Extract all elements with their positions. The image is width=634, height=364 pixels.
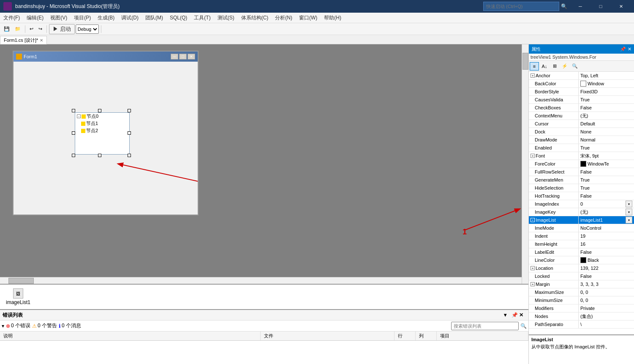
error-count-warnings[interactable]: ⚠ 0 个警告 xyxy=(32,322,57,329)
error-search-icon[interactable]: 🔍 xyxy=(520,323,527,329)
design-canvas[interactable]: Form1 ─ □ ✕ - 节点0 xyxy=(0,44,528,284)
error-panel-filter-icon[interactable]: ▾ xyxy=(504,312,511,318)
prop-expand-anchor[interactable]: + xyxy=(531,73,535,78)
handle-mr[interactable] xyxy=(128,131,131,135)
prop-value-anchor[interactable]: Top, Left xyxy=(579,72,634,79)
prop-value-labeledit[interactable]: False xyxy=(579,248,634,256)
prop-value-maximumsize[interactable]: 0, 0 xyxy=(579,288,634,296)
handle-tl[interactable] xyxy=(72,109,75,112)
prop-value-font[interactable]: 宋体, 9pt xyxy=(579,152,634,160)
tab-form1-design[interactable]: Form1.cs [设计]* ✕ xyxy=(0,36,47,44)
props-events-button[interactable]: ⚡ xyxy=(560,62,569,71)
imagelist-dropdown-button[interactable]: ▾ xyxy=(626,217,632,223)
prop-value-backcolor[interactable]: Window xyxy=(579,80,634,87)
redo-button[interactable]: ↪ xyxy=(36,24,44,34)
menu-edit[interactable]: 编辑(E) xyxy=(23,13,47,23)
handle-tr[interactable] xyxy=(128,109,131,112)
prop-expand-imagelist[interactable]: + xyxy=(531,218,535,222)
error-col-project[interactable]: 项目 xyxy=(437,331,528,340)
prop-value-indent[interactable]: 19 xyxy=(579,232,634,240)
prop-value-imageindex[interactable]: 0 ▾ xyxy=(579,200,634,208)
error-col-file[interactable]: 文件 xyxy=(261,331,395,340)
prop-value-minimumsize[interactable]: 0, 0 xyxy=(579,296,634,304)
prop-expand-margin[interactable]: + xyxy=(531,282,535,286)
prop-value-linecolor[interactable]: Black xyxy=(579,256,634,264)
prop-value-margin[interactable]: 3, 3, 3, 3 xyxy=(579,280,634,288)
menu-analyze[interactable]: 分析(N) xyxy=(272,13,296,23)
menu-file[interactable]: 文件(F) xyxy=(0,13,23,23)
prop-value-modifiers[interactable]: Private xyxy=(579,304,634,312)
prop-value-nodes[interactable]: (集合) xyxy=(579,312,634,320)
error-col-line[interactable]: 行 xyxy=(395,331,416,340)
error-count-messages[interactable]: ℹ 0 个消息 xyxy=(59,322,81,329)
prop-value-location[interactable]: 139, 122 xyxy=(579,264,634,272)
error-col-column[interactable]: 列 xyxy=(416,331,437,340)
prop-value-locked[interactable]: False xyxy=(579,272,634,280)
prop-expand-location[interactable]: + xyxy=(531,266,535,270)
prop-value-imagelist[interactable]: imageList1 ▾ xyxy=(579,216,634,224)
close-button[interactable]: ✕ xyxy=(611,0,631,13)
prop-value-dock[interactable]: None xyxy=(579,128,634,136)
form-close-button[interactable]: ✕ xyxy=(188,54,195,60)
prop-row-imagelist[interactable]: + ImageList imageList1 ▾ xyxy=(529,216,634,224)
handle-bm[interactable] xyxy=(98,154,101,157)
menu-build[interactable]: 生成(B) xyxy=(94,13,118,23)
handle-tm[interactable] xyxy=(98,109,101,112)
save-all-icon[interactable]: 📁 xyxy=(13,24,23,34)
error-col-description[interactable]: 说明 xyxy=(0,331,261,340)
error-panel-pin-icon[interactable]: 📌 xyxy=(512,312,518,318)
props-pin-icon[interactable]: 📌 xyxy=(620,46,626,52)
menu-tools[interactable]: 工具(T) xyxy=(190,13,214,23)
tab-close-button[interactable]: ✕ xyxy=(40,38,43,43)
props-properties-button[interactable]: ⊞ xyxy=(550,62,559,71)
prop-value-contextmenu[interactable]: (无) xyxy=(579,112,634,120)
tray-imagelist1[interactable]: 🖼 imageList1 xyxy=(4,287,32,307)
props-close-icon[interactable]: ✕ xyxy=(628,46,631,52)
error-filter-dropdown[interactable]: ▾ xyxy=(2,323,4,329)
quick-launch-input[interactable] xyxy=(483,2,559,11)
treeview-control[interactable]: - 节点0 节点1 节点2 xyxy=(75,112,130,155)
props-alphabetic-button[interactable]: A↓ xyxy=(540,62,549,71)
prop-expand-font[interactable]: + xyxy=(531,154,535,158)
menu-debug[interactable]: 调试(D) xyxy=(118,13,142,23)
prop-value-borderstyle[interactable]: Fixed3D xyxy=(579,88,634,95)
props-search-button[interactable]: 🔍 xyxy=(570,62,580,71)
prop-value-checkboxes[interactable]: False xyxy=(579,104,634,111)
handle-br[interactable] xyxy=(128,154,131,157)
error-count-errors[interactable]: ⊗ 0 个错误 xyxy=(6,322,30,329)
imagekey-dropdown-button[interactable]: ▾ xyxy=(626,209,632,215)
props-categorized-button[interactable]: ≡ xyxy=(530,62,539,71)
maximize-button[interactable]: □ xyxy=(591,0,610,13)
error-panel-close-icon[interactable]: ✕ xyxy=(519,312,526,318)
menu-test[interactable]: 测试(S) xyxy=(214,13,238,23)
start-button[interactable]: ▶ 启动 xyxy=(49,24,75,34)
prop-value-imemode[interactable]: NoControl xyxy=(579,224,634,232)
menu-view[interactable]: 视图(V) xyxy=(47,13,71,23)
prop-value-drawmode[interactable]: Normal xyxy=(579,136,634,144)
expand-icon-0[interactable]: - xyxy=(77,114,81,118)
imageindex-dropdown-button[interactable]: ▾ xyxy=(626,201,632,207)
form-minimize-button[interactable]: ─ xyxy=(171,54,178,60)
minimize-button[interactable]: ─ xyxy=(571,0,590,13)
prop-value-itemheight[interactable]: 16 xyxy=(579,240,634,248)
error-search-input[interactable] xyxy=(451,322,519,330)
form-maximize-button[interactable]: □ xyxy=(179,54,187,60)
prop-value-generatemen[interactable]: True xyxy=(579,176,634,184)
undo-button[interactable]: ↩ xyxy=(27,24,35,34)
prop-value-hideselection[interactable]: True xyxy=(579,184,634,192)
menu-team[interactable]: 团队(M) xyxy=(142,13,166,23)
prop-value-forecolor[interactable]: WindowTe xyxy=(579,160,634,168)
handle-bl[interactable] xyxy=(72,154,75,157)
prop-value-causesvalida[interactable]: True xyxy=(579,96,634,103)
save-icon[interactable]: 💾 xyxy=(2,24,12,34)
menu-help[interactable]: 帮助(H) xyxy=(321,13,345,23)
prop-value-pathseparato[interactable]: \ xyxy=(579,321,634,328)
prop-value-cursor[interactable]: Default xyxy=(579,120,634,128)
vertical-scrollbar[interactable] xyxy=(522,44,528,284)
menu-project[interactable]: 项目(P) xyxy=(71,13,94,23)
menu-window[interactable]: 窗口(W) xyxy=(296,13,321,23)
prop-value-fullrowselect[interactable]: False xyxy=(579,168,634,176)
handle-ml[interactable] xyxy=(72,131,75,135)
horizontal-scrollbar[interactable] xyxy=(0,277,522,284)
menu-sql[interactable]: SQL(Q) xyxy=(166,13,190,23)
